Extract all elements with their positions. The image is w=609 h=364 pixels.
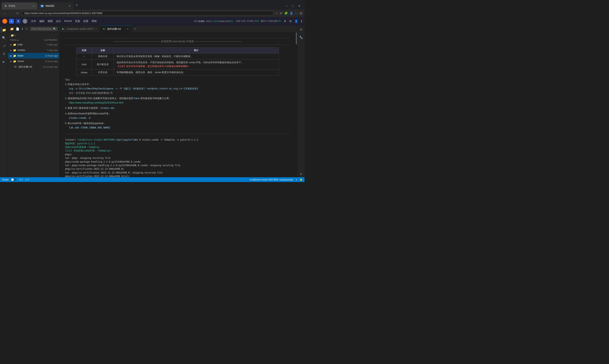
refresh-files-button[interactable]: ↻ <box>25 27 28 31</box>
gpu-mem-label: 显存 0 / 8182 MiB 0% <box>261 20 281 23</box>
info-table: 目录 名称 简介 / 系统目录 每次停止开发机会将其恢复至系统（镜像）初始状态，… <box>76 47 279 76</box>
scrollbar-track[interactable] <box>295 33 297 177</box>
chevron-right-icon: ▶ <box>10 60 12 63</box>
tab1-close[interactable]: ✕ <box>33 5 35 7</box>
editor-tab-md[interactable]: M↓ 操作步骤.md ✕ <box>100 25 132 32</box>
list-item[interactable]: ▶ 📁 xtuner 21 hours ago <box>8 58 59 64</box>
logo-gray-circle: ◯ <box>23 19 27 24</box>
chevron-right-icon: ▶ <box>10 55 12 57</box>
settings-icon-btn[interactable]: ⚙ <box>289 19 292 23</box>
list-item[interactable]: ▶ 📁 code 4 days ago <box>8 42 59 47</box>
bookmark-icon[interactable]: ☆ <box>275 12 278 15</box>
address-bar[interactable]: https://studio.intern-ai.org.cn/console/… <box>21 11 274 16</box>
browser-tab-1[interactable]: 🖥 开发机 ✕ <box>1 2 37 10</box>
welcome-text: ——————————————————— 欢迎使用 InternStudio 开发… <box>65 40 290 43</box>
address-text: https://studio.intern-ai.org.cn/console/… <box>24 12 102 15</box>
file-search-box[interactable]: 🔍 <box>30 27 58 31</box>
new-folder-button[interactable]: 📁 <box>10 26 14 31</box>
logo-x-blue: X <box>16 19 21 24</box>
window-controls: ─ □ ✕ <box>284 4 305 10</box>
td-desc: 您的所有开发文件共享此目录，不受开发机的启停影响。强烈建议将 conda 环境、… <box>114 59 279 70</box>
activity-explorer[interactable]: 📁 <box>1 27 7 33</box>
help-icon-btn[interactable]: ℹ <box>301 19 302 23</box>
search-input[interactable] <box>32 27 52 30</box>
activity-extensions[interactable]: ⊞ <box>1 51 7 57</box>
menu-view[interactable]: 视图 <box>48 19 53 23</box>
minimize-button[interactable]: ─ <box>284 4 289 8</box>
maximize-button[interactable]: □ <box>291 4 295 8</box>
col-name: Name ▲ <box>10 39 19 41</box>
upload-icon[interactable]: ⬆ <box>284 19 286 23</box>
right-panel-icon-1[interactable]: ⚙ <box>299 27 303 32</box>
tab1-favicon: 🖥 <box>4 5 7 7</box>
term-line-10: tar: pkgs/ca-certificates-2023.12.12-h06… <box>65 171 290 174</box>
tip-2-link[interactable]: https://www.ruanyifeng.com/blog/2019/10/… <box>69 101 124 104</box>
folder-xtuner-icon: 📁 <box>13 60 16 63</box>
scrollbar-thumb[interactable] <box>296 33 297 44</box>
menu-help[interactable]: 帮助 <box>91 19 97 23</box>
menu-pages[interactable]: 页面 <box>75 19 80 23</box>
scroll-down-arrow[interactable]: ▼ <box>300 172 302 176</box>
editor-tab-terminal[interactable]: ▶_ root@intern-studio-40073 ✕ <box>59 25 100 32</box>
add-tab-button[interactable]: + <box>132 25 138 32</box>
refresh-button[interactable]: ↻ <box>15 11 20 15</box>
menu-icon[interactable]: ⋯ <box>295 12 298 15</box>
term-line-4: [1/2] 开始安装conda环境: <lmdeploy>. <box>65 149 290 153</box>
td-name: 系统目录 <box>92 53 114 59</box>
tip-3: 3. 查看 GPU 显存和算力使用率：studio-smi <box>65 106 290 110</box>
tip-2: 2. 避免因终端关闭或 SSH 连接断开导致任务终止，强烈建议使用 tmux 将… <box>65 96 290 105</box>
term-line-11: pkgs/ca-certificates-2023.12.12-h06a4308… <box>65 174 290 177</box>
file-date: 21 hours ago <box>45 60 58 63</box>
list-item[interactable]: ▶ 📁 share 11 hours ago <box>8 53 59 58</box>
activity-search[interactable]: 🔍 <box>1 35 7 41</box>
gpu-label: GPU-1: 10% Nvidia A100 0% <box>206 20 233 22</box>
new-tab-button[interactable]: + <box>74 3 80 7</box>
sidebar-toggle-icon[interactable]: ⊟ <box>300 12 302 15</box>
list-item[interactable]: ▶ 📁 models 7 days ago <box>8 47 59 53</box>
term-line-3: 目标conda环境名称：lmdeploy <box>65 145 290 149</box>
file-tree: ▶ 📁 code 4 days ago ▶ 📁 models 7 days ag… <box>8 42 59 177</box>
menu-settings[interactable]: 设置 <box>83 19 88 23</box>
menu-file[interactable]: 文件 <box>31 19 36 23</box>
term-line-9: pkgs/ca-certificates-2023.12.12-h06a4308… <box>65 167 290 171</box>
md-tab-close[interactable]: ✕ <box>127 28 129 30</box>
td-dir: /root <box>76 59 92 70</box>
simple-toggle[interactable] <box>11 178 17 181</box>
right-panel-icon-2[interactable]: 🔧 <box>298 35 304 40</box>
file-date: 4 days ago <box>47 43 58 46</box>
browser-tabs: 🖥 开发机 ✕ W WebIDE ✕ + <box>1 0 80 10</box>
menu-run[interactable]: 运行 <box>56 19 61 23</box>
status-left: Simple ✕ 3 ⚠ 0 <box>2 178 29 181</box>
new-file-button[interactable]: 📄 <box>15 27 20 31</box>
toggle-track[interactable] <box>11 178 17 181</box>
main-layout: 📁 🔍 ⎇ ⊞ ▶ 📁 📄 ⬆ ↻ 🔍 📁 / Name ▲ <box>0 25 305 177</box>
browser-nav-bar: ← → ↻ https://studio.intern-ai.org.cn/co… <box>0 10 305 17</box>
activity-git[interactable]: ⎇ <box>1 43 7 49</box>
activity-run-debug[interactable]: ▶ <box>1 59 7 65</box>
terminal-tab-close[interactable]: ✕ <box>95 27 97 30</box>
back-button[interactable]: ← <box>2 11 7 15</box>
list-item[interactable]: M↓ 操作步骤.md 22 minutes ago <box>8 64 59 70</box>
tip-4-text: 4. 使用InternStudio开箱即用的conda环境： <box>65 112 111 115</box>
th-dir: 目录 <box>76 48 92 53</box>
memory-info: 内存 0.48 / 24 GB 2.02% 显存 0 / 8182 MiB 0% <box>236 20 281 23</box>
search-icon: 🔍 <box>53 27 56 30</box>
error-icon: ✕ <box>19 178 21 181</box>
user-icon-btn[interactable]: 👤 <box>294 19 298 23</box>
tip-3-text: 3. 查看 GPU 显存和算力使用率：studio-smi <box>65 107 115 109</box>
sidebar-root-path[interactable]: 📁 / <box>8 33 59 38</box>
extension-icon[interactable]: 🧩 <box>284 12 288 15</box>
menu-kernel[interactable]: Kernel <box>64 19 72 23</box>
sync-icon[interactable]: ⟳ <box>280 12 282 15</box>
tab2-close[interactable]: ✕ <box>69 5 71 7</box>
forward-button[interactable]: → <box>9 11 14 15</box>
hr-top <box>65 38 290 38</box>
close-window-button[interactable]: ✕ <box>297 4 302 8</box>
tab1-label: 开发机 <box>8 4 15 8</box>
browser-tab-2[interactable]: W WebIDE ✕ <box>38 2 73 10</box>
upload-button[interactable]: ⬆ <box>21 27 24 31</box>
profile-icon[interactable]: 👤 <box>290 12 293 15</box>
menu-edit[interactable]: 编辑 <box>39 19 44 23</box>
bell-icon[interactable]: 🔔 <box>300 178 302 181</box>
editor-content[interactable]: ——————————————————— 欢迎使用 InternStudio 开发… <box>59 33 297 177</box>
